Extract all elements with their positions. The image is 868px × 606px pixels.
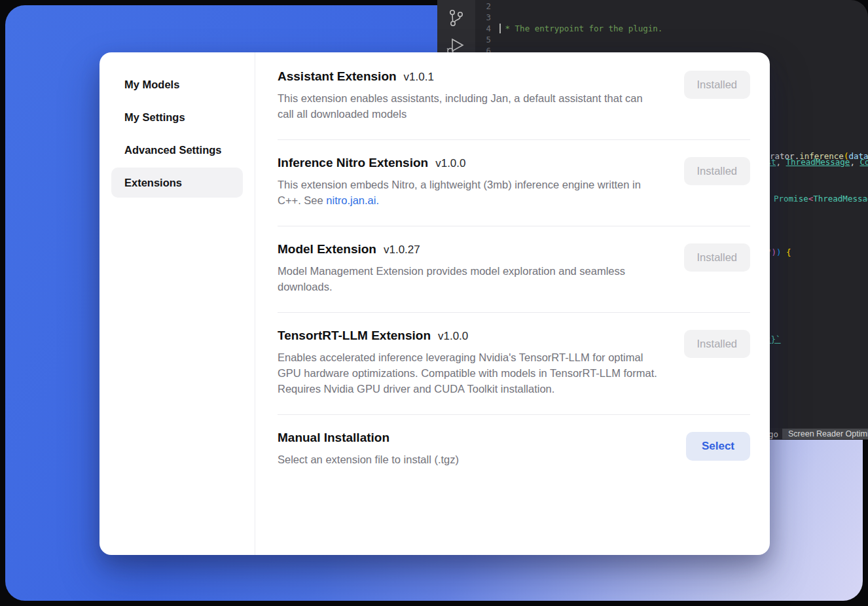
extension-description: Model Management Extension provides mode…: [278, 263, 657, 294]
extension-name: Inference Nitro Extension: [278, 156, 428, 170]
sidebar-item-advanced-settings[interactable]: Advanced Settings: [111, 135, 243, 165]
extension-info: Inference Nitro Extension v1.0.0 This ex…: [278, 156, 657, 208]
manual-installation-description: Select an extension file to install (.tg…: [278, 452, 459, 467]
extension-name: Model Extension: [278, 242, 376, 257]
screen-reader-optimized-button[interactable]: Screen Reader Optimized: [782, 429, 868, 439]
stage: 2 3 4 5 6 * The entrypoint for the plugi…: [0, 0, 868, 606]
extension-row-model: Model Extension v1.0.27 Model Management…: [278, 226, 750, 313]
installed-button[interactable]: Installed: [684, 243, 750, 272]
code-fragment-inference: rator.inference(data));: [770, 151, 868, 161]
extension-title: Model Extension v1.0.27: [278, 242, 657, 257]
installed-button[interactable]: Installed: [684, 330, 750, 358]
installed-button[interactable]: Installed: [684, 157, 750, 185]
extension-version: v1.0.1: [404, 71, 434, 84]
extensions-list: Assistant Extension v1.0.1 This extensio…: [255, 52, 770, 555]
sidebar-item-extensions[interactable]: Extensions: [111, 168, 243, 198]
extension-description: This extension embeds Nitro, a lightweig…: [278, 177, 657, 208]
extension-version: v1.0.0: [435, 157, 465, 170]
manual-installation-title: Manual Installation: [278, 431, 459, 445]
extension-title: Inference Nitro Extension v1.0.0: [278, 156, 657, 170]
extension-info: Model Extension v1.0.27 Model Management…: [278, 242, 657, 294]
extension-version: v1.0.27: [384, 243, 420, 257]
extension-row-inference-nitro: Inference Nitro Extension v1.0.0 This ex…: [278, 140, 750, 226]
select-file-button[interactable]: Select: [686, 432, 750, 461]
extension-name: Assistant Extension: [278, 69, 397, 84]
settings-modal: My Models My Settings Advanced Settings …: [99, 52, 770, 555]
extension-description: This extension enables assistants, inclu…: [278, 90, 657, 122]
extension-info: Assistant Extension v1.0.1 This extensio…: [278, 69, 657, 122]
settings-sidebar: My Models My Settings Advanced Settings …: [99, 52, 255, 555]
line-numbers: 2 3 4 5 6: [475, 1, 491, 56]
nitro-jan-ai-link[interactable]: nitro.jan.ai.: [326, 194, 379, 206]
code-line-comment: * The entrypoint for the plugin.: [500, 23, 868, 34]
extension-row-assistant: Assistant Extension v1.0.1 This extensio…: [278, 54, 750, 140]
code-fragment-promise: Promise<ThreadMessage>: [774, 194, 868, 204]
extension-info: TensortRT-LLM Extension v1.0.0 Enables a…: [278, 329, 657, 397]
extension-title: Assistant Extension v1.0.1: [278, 69, 657, 84]
extension-title: TensortRT-LLM Extension v1.0.0: [278, 329, 657, 343]
source-control-icon[interactable]: [447, 8, 465, 31]
extension-name: TensortRT-LLM Extension: [278, 329, 431, 343]
extension-info: Manual Installation Select an extension …: [278, 431, 459, 467]
text-cursor: [499, 24, 501, 33]
sidebar-item-my-settings[interactable]: My Settings: [111, 102, 243, 132]
manual-installation-row: Manual Installation Select an extension …: [278, 415, 750, 485]
extension-version: v1.0.0: [438, 330, 468, 343]
code-fragment-closing: ")) {: [767, 247, 791, 257]
extension-description: Enables accelerated inference leveraging…: [278, 349, 657, 397]
statusbar-text-tail: go: [769, 429, 778, 439]
sidebar-item-my-models[interactable]: My Models: [111, 69, 243, 99]
installed-button[interactable]: Installed: [684, 71, 750, 99]
extension-row-tensorrt-llm: TensortRT-LLM Extension v1.0.0 Enables a…: [278, 313, 750, 415]
